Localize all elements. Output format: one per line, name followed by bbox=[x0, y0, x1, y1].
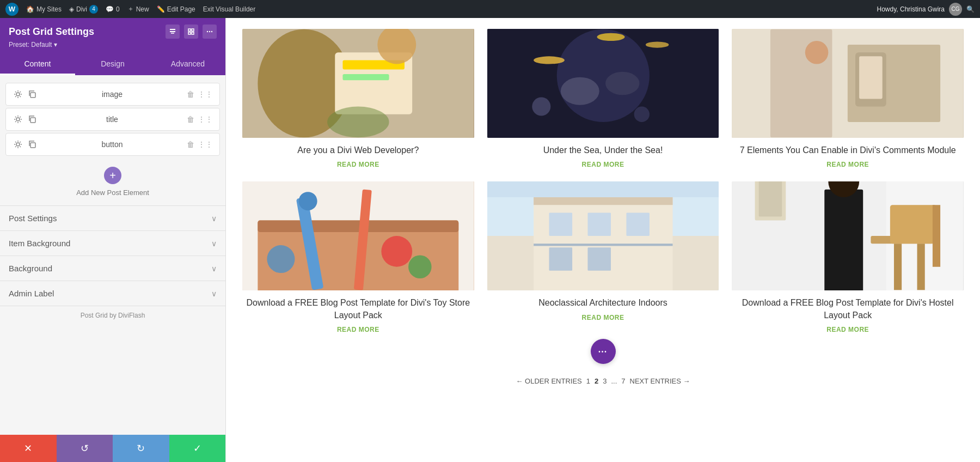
post-image-5 bbox=[732, 181, 964, 290]
settings-icon-button[interactable] bbox=[13, 139, 23, 150]
more-options-button[interactable] bbox=[203, 25, 217, 39]
element-label-image: image bbox=[42, 90, 182, 99]
preset-chevron: ▾ bbox=[54, 41, 57, 48]
svg-point-28 bbox=[532, 98, 550, 116]
svg-rect-63 bbox=[890, 205, 936, 244]
svg-point-26 bbox=[646, 41, 669, 47]
delete-icon-image[interactable]: 🗑 bbox=[187, 90, 194, 99]
svg-point-7 bbox=[207, 31, 208, 32]
page-1-link[interactable]: 1 bbox=[586, 377, 590, 385]
search-icon[interactable]: 🔍 bbox=[966, 5, 975, 13]
svg-rect-13 bbox=[30, 118, 35, 123]
section-background[interactable]: Background ∨ bbox=[0, 256, 225, 281]
read-more-0[interactable]: READ MORE bbox=[337, 161, 379, 168]
read-more-1[interactable]: READ MORE bbox=[582, 161, 624, 168]
post-card-0: Are you a Divi Web Developer? READ MORE bbox=[242, 29, 474, 168]
svg-rect-6 bbox=[192, 32, 194, 34]
svg-rect-20 bbox=[342, 74, 389, 80]
element-row-button: button 🗑 ⋮⋮ bbox=[5, 133, 220, 156]
svg-rect-56 bbox=[534, 244, 672, 246]
older-entries-link[interactable]: ← OLDER ENTRIES bbox=[516, 377, 581, 385]
tab-design[interactable]: Design bbox=[75, 54, 150, 75]
save-button[interactable]: ✓ bbox=[169, 435, 226, 462]
howdy-label: Howdy, Christina Gwira bbox=[877, 5, 945, 13]
svg-point-29 bbox=[634, 107, 649, 122]
chevron-down-icon-admin: ∨ bbox=[211, 289, 217, 298]
element-actions-button: 🗑 ⋮⋮ bbox=[187, 140, 213, 149]
section-item-bg-label: Item Background bbox=[9, 239, 211, 248]
page-3-link[interactable]: 3 bbox=[603, 377, 607, 385]
post-img-svg-4 bbox=[487, 181, 719, 290]
page-2-link[interactable]: 2 bbox=[595, 377, 598, 385]
post-title-5: Download a FREE Blog Post Template for D… bbox=[732, 297, 964, 321]
read-more-3[interactable]: READ MORE bbox=[337, 326, 379, 333]
section-item-background[interactable]: Item Background ∨ bbox=[0, 230, 225, 256]
svg-point-44 bbox=[381, 236, 412, 267]
panel-content: image 🗑 ⋮⋮ title 🗑 ⋮ bbox=[0, 75, 225, 435]
element-label-button: button bbox=[42, 140, 182, 149]
svg-rect-11 bbox=[30, 93, 35, 98]
my-sites-menu[interactable]: 🏠 My Sites bbox=[26, 5, 62, 13]
element-row-title-icons bbox=[13, 114, 38, 125]
exit-builder-menu[interactable]: Exit Visual Builder bbox=[203, 5, 256, 13]
post-img-svg-2 bbox=[732, 29, 964, 138]
svg-rect-52 bbox=[587, 213, 611, 236]
read-more-2[interactable]: READ MORE bbox=[826, 161, 869, 168]
read-more-4[interactable]: READ MORE bbox=[582, 314, 624, 321]
edit-page-menu[interactable]: ✏️ Edit Page bbox=[157, 5, 195, 13]
svg-point-27 bbox=[597, 33, 624, 41]
svg-rect-51 bbox=[549, 213, 572, 236]
expand-button[interactable] bbox=[184, 25, 198, 39]
section-admin-label[interactable]: Admin Label ∨ bbox=[0, 281, 225, 306]
next-entries-link[interactable]: NEXT ENTRIES → bbox=[630, 377, 690, 385]
admin-bar-right: Howdy, Christina Gwira CG 🔍 bbox=[877, 3, 975, 16]
fab-button[interactable]: ••• bbox=[591, 339, 616, 364]
section-post-settings-label: Post Settings bbox=[9, 214, 211, 223]
svg-rect-54 bbox=[549, 248, 572, 271]
element-label-title: title bbox=[42, 115, 182, 124]
panel-tabs: Content Design Advanced bbox=[0, 54, 225, 75]
section-post-settings[interactable]: Post Settings ∨ bbox=[0, 205, 225, 230]
settings-icon-title[interactable] bbox=[13, 114, 23, 125]
svg-point-10 bbox=[16, 93, 20, 96]
section-admin-label-label: Admin Label bbox=[9, 289, 211, 298]
copy-icon-button[interactable] bbox=[27, 139, 38, 150]
pagination-area: ••• ← OLDER ENTRIES 1 2 3 ... 7 NEXT ENT… bbox=[242, 333, 964, 391]
delete-icon-title[interactable]: 🗑 bbox=[187, 115, 194, 124]
preset-label[interactable]: Preset: Default ▾ bbox=[9, 41, 217, 54]
wp-logo-icon[interactable]: W bbox=[5, 3, 19, 16]
right-content: Are you a Divi Web Developer? READ MORE bbox=[226, 18, 980, 462]
svg-rect-5 bbox=[188, 32, 191, 34]
svg-rect-40 bbox=[258, 221, 458, 232]
svg-rect-57 bbox=[487, 181, 719, 197]
new-menu[interactable]: ＋ New bbox=[127, 4, 149, 14]
add-new-button[interactable]: + bbox=[104, 167, 121, 184]
post-image-0 bbox=[242, 29, 474, 138]
divi-menu[interactable]: ◈ Divi 4 bbox=[69, 5, 98, 14]
page-7-link[interactable]: 7 bbox=[621, 377, 625, 385]
panel-header-icons bbox=[166, 25, 217, 39]
settings-icon-image[interactable] bbox=[13, 89, 23, 100]
delete-icon-button[interactable]: 🗑 bbox=[187, 140, 194, 149]
drag-icon-image[interactable]: ⋮⋮ bbox=[198, 90, 213, 99]
read-more-5[interactable]: READ MORE bbox=[826, 326, 869, 333]
drag-icon-title[interactable]: ⋮⋮ bbox=[198, 115, 213, 124]
svg-point-14 bbox=[16, 143, 20, 146]
redo-button[interactable]: ↻ bbox=[113, 435, 169, 462]
user-avatar[interactable]: CG bbox=[949, 3, 962, 16]
cancel-button[interactable]: ✕ bbox=[0, 435, 57, 462]
add-new-label: Add New Post Element bbox=[76, 189, 149, 197]
copy-icon-image[interactable] bbox=[27, 89, 38, 100]
svg-rect-3 bbox=[188, 29, 191, 31]
post-image-4 bbox=[487, 181, 719, 290]
svg-point-12 bbox=[16, 118, 20, 121]
copy-icon-title[interactable] bbox=[27, 114, 38, 125]
undo-button[interactable]: ↺ bbox=[57, 435, 113, 462]
drag-icon-button[interactable]: ⋮⋮ bbox=[198, 140, 213, 149]
tab-content[interactable]: Content bbox=[0, 54, 75, 75]
tab-advanced[interactable]: Advanced bbox=[150, 54, 225, 75]
post-title-3: Download a FREE Blog Post Template for D… bbox=[242, 297, 474, 321]
minimize-button[interactable] bbox=[166, 25, 180, 39]
comments-menu[interactable]: 💬 0 bbox=[106, 5, 120, 13]
svg-rect-68 bbox=[759, 181, 782, 217]
